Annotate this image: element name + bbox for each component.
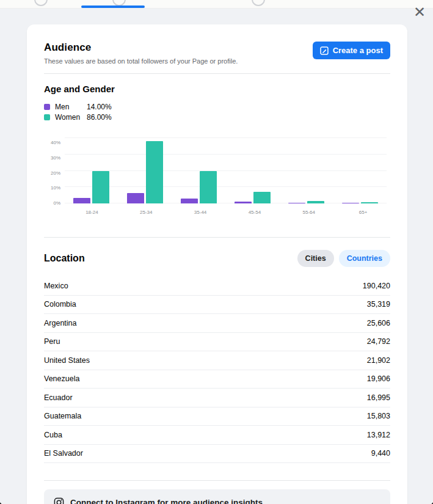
page-title: Audience (44, 42, 238, 54)
location-row: Peru24,792 (44, 333, 390, 352)
audience-header: Audience These values are based on total… (44, 42, 390, 65)
location-name: Mexico (44, 282, 68, 290)
legend-swatch (44, 114, 50, 120)
location-row: Mexico190,420 (44, 277, 390, 296)
chart-x-axis: 18-2425-3435-4445-5455-6465+ (65, 210, 390, 215)
x-axis-label: 35-44 (173, 210, 228, 215)
instagram-banner-text: Connect to Instagram for more audience i… (70, 498, 263, 504)
bar-group (279, 138, 333, 203)
legend-swatch (44, 104, 50, 110)
create-post-button[interactable]: Create a post (313, 42, 390, 59)
age-gender-chart: 40%30%20%10%0% (44, 138, 390, 203)
location-value: 35,319 (367, 300, 390, 309)
women-bar (146, 141, 163, 203)
location-name: El Salvador (44, 449, 83, 458)
location-row: Guatemala15,803 (44, 407, 390, 426)
location-row: United States21,902 (44, 351, 390, 370)
location-name: Cuba (44, 431, 62, 439)
divider (44, 73, 390, 74)
bar-group (65, 138, 118, 203)
chart-plot-area (65, 138, 387, 203)
location-name: Colombia (44, 300, 76, 309)
location-value: 15,803 (367, 412, 390, 420)
location-row: El Salvador9,440 (44, 445, 390, 464)
y-axis-tick: 40% (51, 141, 60, 145)
divider (44, 237, 390, 238)
location-value: 190,420 (363, 282, 390, 290)
location-title: Location (44, 253, 85, 264)
legend-item: Women86.00% (44, 112, 390, 122)
location-list: Mexico190,420Colombia35,319Argentina25,6… (44, 277, 390, 463)
x-axis-label: 45-54 (227, 210, 282, 215)
bar-group (118, 138, 172, 203)
page-subtitle: These values are based on total follower… (44, 57, 238, 65)
location-name: Argentina (44, 319, 77, 327)
legend-value: 86.00% (87, 113, 112, 122)
y-axis-tick: 10% (51, 186, 60, 191)
legend-item: Men14.00% (44, 101, 390, 112)
location-header: Location CitiesCountries (44, 250, 390, 267)
location-toggle-countries[interactable]: Countries (339, 250, 390, 267)
men-bar (235, 202, 252, 203)
location-toggle-cities[interactable]: Cities (297, 250, 334, 267)
location-name: Guatemala (44, 412, 81, 420)
location-value: 13,912 (367, 431, 390, 439)
chart-y-axis: 40%30%20%10%0% (44, 138, 65, 203)
location-row: Argentina25,606 (44, 314, 390, 333)
legend-value: 14.00% (87, 103, 112, 111)
instagram-icon (54, 497, 64, 504)
men-bar (342, 203, 359, 203)
y-axis-tick: 20% (51, 171, 60, 176)
legend-label: Men (55, 103, 87, 111)
location-toggle-group: CitiesCountries (297, 250, 390, 267)
frame-corner (421, 492, 433, 504)
men-bar (181, 199, 198, 203)
x-axis-label: 65+ (336, 210, 390, 215)
x-axis-label: 55-64 (282, 210, 336, 215)
men-bar (127, 193, 144, 203)
men-bar (288, 203, 305, 203)
chart-legend: Men14.00%Women86.00% (44, 101, 390, 122)
legend-label: Women (55, 113, 87, 122)
women-bar (200, 171, 217, 204)
location-value: 19,906 (367, 374, 390, 383)
location-row: Ecuador16,995 (44, 389, 390, 407)
location-name: Ecuador (44, 393, 73, 402)
women-bar (253, 192, 271, 203)
x-axis-label: 25-34 (119, 210, 173, 215)
women-bar (92, 171, 109, 204)
location-value: 9,440 (371, 449, 390, 458)
age-gender-title: Age and Gender (44, 84, 390, 94)
tab-icon-fragment (34, 0, 48, 6)
location-value: 16,995 (367, 393, 390, 402)
men-bar (73, 198, 90, 203)
y-axis-tick: 0% (53, 201, 60, 206)
bar-group (172, 138, 226, 203)
audience-panel: Audience These values are based on total… (27, 24, 407, 504)
tab-icon-fragment (252, 0, 265, 6)
create-post-label: Create a post (333, 46, 383, 55)
frame-corner (0, 492, 12, 504)
location-row: Colombia35,319 (44, 296, 390, 315)
x-axis-label: 18-24 (65, 210, 119, 215)
women-bar (361, 202, 378, 203)
location-row: Venezuela19,906 (44, 370, 390, 389)
women-bar (307, 201, 324, 203)
location-value: 24,792 (367, 337, 390, 346)
active-tab-indicator (81, 5, 145, 8)
location-value: 21,902 (367, 356, 390, 365)
instagram-connect-banner[interactable]: Connect to Instagram for more audience i… (44, 489, 390, 504)
compose-icon (320, 46, 329, 55)
bar-group (333, 138, 387, 203)
location-row: Cuba13,912 (44, 426, 390, 445)
close-icon[interactable]: ✕ (413, 5, 426, 20)
location-name: Venezuela (44, 374, 79, 383)
top-tab-strip (0, 0, 433, 9)
divider (44, 480, 390, 481)
location-name: United States (44, 356, 90, 365)
y-axis-tick: 30% (51, 156, 60, 161)
location-name: Peru (44, 337, 60, 346)
location-value: 25,606 (367, 319, 390, 327)
bar-group (225, 138, 279, 203)
